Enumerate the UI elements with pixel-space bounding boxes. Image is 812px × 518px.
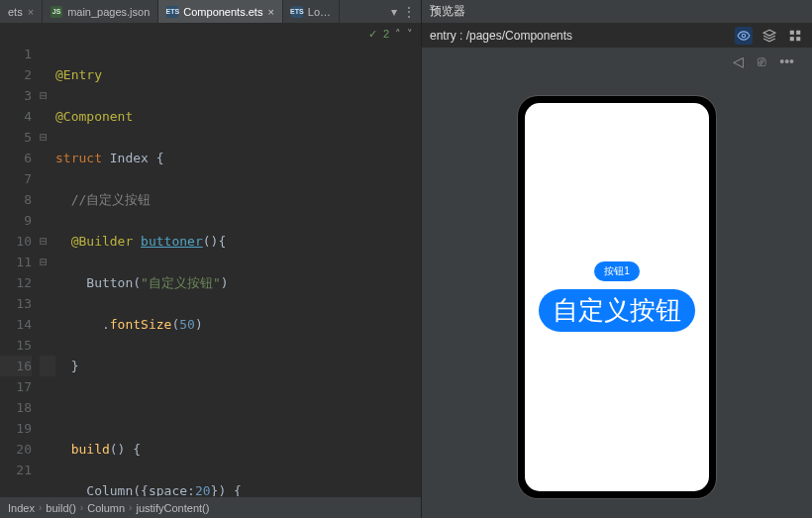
preview-subbar: ◁ ⎚ ••• bbox=[422, 48, 812, 75]
svg-rect-5 bbox=[796, 37, 800, 41]
breadcrumb-sep: › bbox=[129, 502, 132, 513]
tab-components-label: Components.ets bbox=[183, 6, 262, 18]
prev-highlight-icon[interactable]: ˄ bbox=[395, 28, 401, 41]
line-number: 15 bbox=[0, 335, 32, 356]
svg-rect-2 bbox=[790, 31, 794, 35]
tab-overflow-left[interactable]: ets × bbox=[0, 0, 43, 23]
line-number: 6 bbox=[0, 148, 32, 168]
line-number: 8 bbox=[0, 189, 32, 210]
line-number: 13 bbox=[0, 293, 32, 314]
ets-file-icon: ETS bbox=[291, 6, 303, 18]
preview-button-big[interactable]: 自定义按钮 bbox=[539, 289, 695, 332]
entry-path-label: entry : /pages/Components bbox=[430, 29, 572, 43]
line-number: 18 bbox=[0, 397, 32, 418]
tab-lo-label: Lo… bbox=[308, 6, 331, 18]
svg-rect-3 bbox=[796, 31, 800, 35]
line-number: 5 bbox=[0, 127, 32, 148]
tab-more-icon[interactable]: ⋮ bbox=[403, 5, 415, 19]
breadcrumb-item[interactable]: justifyContent() bbox=[136, 502, 209, 514]
code-inspections-bar: ✓ 2 ˄ ˅ bbox=[0, 24, 421, 44]
svg-rect-4 bbox=[790, 37, 794, 41]
line-number: 20 bbox=[0, 439, 32, 460]
code-content[interactable]: @Entry @Component struct Index { //自定义按钮… bbox=[55, 44, 421, 496]
json-file-icon: JS bbox=[51, 6, 62, 18]
check-icon: ✓ bbox=[368, 28, 377, 41]
preview-header: entry : /pages/Components bbox=[422, 24, 812, 48]
line-number: 9 bbox=[0, 210, 32, 231]
tab-components[interactable]: ETS Components.ets × bbox=[158, 0, 283, 23]
preview-title-bar: 预览器 bbox=[422, 0, 812, 24]
breadcrumb-item[interactable]: Column bbox=[87, 502, 125, 514]
line-number: 12 bbox=[0, 272, 32, 293]
line-number: 11 bbox=[0, 252, 32, 272]
code-editor[interactable]: 1 2 3 4 5 6 7 8 9 10 11 12 13 14 15 16 1… bbox=[0, 44, 421, 496]
close-icon[interactable]: × bbox=[267, 6, 273, 18]
line-number: 2 bbox=[0, 64, 32, 85]
breadcrumb-item[interactable]: Index bbox=[8, 502, 35, 514]
check-count: 2 bbox=[383, 28, 389, 40]
tab-main-pages[interactable]: JS main_pages.json bbox=[43, 0, 158, 23]
close-icon[interactable]: × bbox=[28, 6, 34, 18]
line-number-gutter: 1 2 3 4 5 6 7 8 9 10 11 12 13 14 15 16 1… bbox=[0, 44, 40, 496]
phone-screen: 按钮1 自定义按钮 bbox=[525, 103, 709, 491]
grid-icon[interactable] bbox=[786, 27, 804, 45]
breadcrumb-item[interactable]: build() bbox=[46, 502, 76, 514]
preview-panel: 预览器 entry : /pages/Components ◁ ⎚ ••• 按钮… bbox=[421, 0, 812, 518]
line-number: 21 bbox=[0, 460, 32, 480]
svg-point-0 bbox=[742, 34, 746, 38]
preview-stage: 按钮1 自定义按钮 bbox=[422, 75, 812, 518]
back-icon[interactable]: ◁ bbox=[733, 53, 744, 69]
preview-title: 预览器 bbox=[430, 3, 465, 20]
breadcrumb-sep: › bbox=[39, 502, 42, 513]
tab-dropdown-icon[interactable]: ▾ bbox=[391, 5, 397, 19]
preview-button-small[interactable]: 按钮1 bbox=[594, 261, 640, 281]
line-number: 19 bbox=[0, 418, 32, 439]
line-number: 14 bbox=[0, 314, 32, 335]
tab-lo[interactable]: ETS Lo… bbox=[283, 0, 340, 23]
inspect-icon[interactable] bbox=[735, 27, 753, 45]
breadcrumb: Index › build() › Column › justifyConten… bbox=[0, 496, 421, 518]
ets-file-icon: ETS bbox=[166, 6, 178, 18]
breadcrumb-sep: › bbox=[80, 502, 83, 513]
tab-overflow-controls: ▾ ⋮ bbox=[385, 0, 421, 23]
tab-bar: ets × JS main_pages.json ETS Components.… bbox=[0, 0, 421, 24]
svg-marker-1 bbox=[763, 30, 775, 36]
phone-frame: 按钮1 自定义按钮 bbox=[518, 96, 716, 498]
tab-main-pages-label: main_pages.json bbox=[67, 6, 150, 18]
layers-icon[interactable] bbox=[761, 27, 778, 45]
editor-panel: ets × JS main_pages.json ETS Components.… bbox=[0, 0, 421, 518]
line-number: 17 bbox=[0, 376, 32, 397]
line-number: 7 bbox=[0, 168, 32, 189]
layout-icon[interactable]: ⎚ bbox=[758, 53, 765, 69]
more-icon[interactable]: ••• bbox=[779, 53, 794, 69]
line-number: 4 bbox=[0, 106, 32, 127]
line-number: 3 bbox=[0, 85, 32, 106]
fold-gutter[interactable]: ⊟ ⊟ ⊟⊟ bbox=[40, 44, 55, 496]
line-number: 10 bbox=[0, 231, 32, 252]
line-number: 1 bbox=[0, 44, 32, 64]
line-number: 16 bbox=[0, 356, 32, 376]
tab-overflow-left-label: ets bbox=[8, 6, 23, 18]
next-highlight-icon[interactable]: ˅ bbox=[407, 28, 413, 41]
